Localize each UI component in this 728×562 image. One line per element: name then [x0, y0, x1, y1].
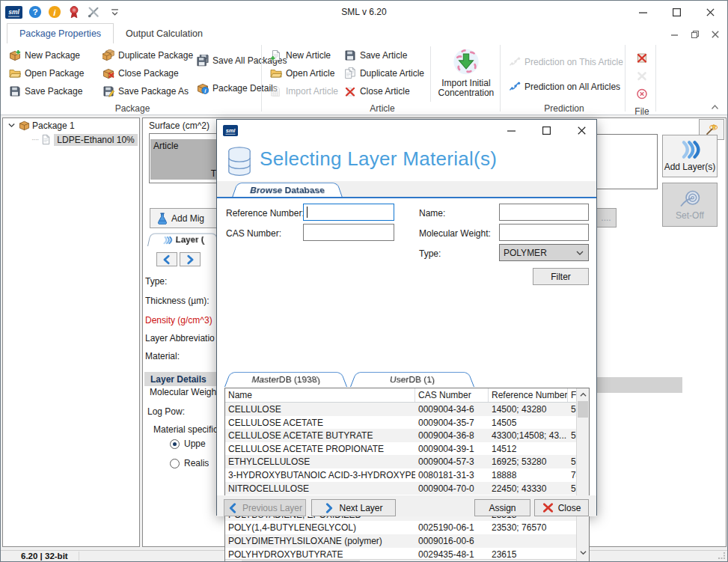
previous-layer-button[interactable]: Previous Layer	[224, 499, 306, 516]
close-package-button[interactable]: Close Package	[100, 64, 195, 82]
chevron-left-icon	[227, 503, 238, 513]
cas-number-input[interactable]	[303, 224, 394, 241]
open-package-button[interactable]: Open Package	[7, 64, 100, 82]
help-icon[interactable]: ?	[28, 5, 42, 19]
table-row[interactable]: CELLULOSE ACETATE0009004-35-714505	[225, 416, 576, 430]
horizontal-scrollbar[interactable]	[225, 559, 576, 562]
table-cell: 18888	[489, 468, 568, 482]
tree-article-label[interactable]: LDPE-Ethanol 10%	[54, 134, 137, 146]
table-cell	[568, 521, 576, 534]
next-layer-nav-button[interactable]	[180, 252, 201, 266]
table-row[interactable]: POLYDIMETHYLSILOXANE (polymer)0009016-00…	[225, 534, 576, 548]
scroll-up-icon[interactable]	[577, 388, 590, 401]
layer-details-tab[interactable]: Layer Details	[144, 372, 219, 386]
mdi-minimize-button[interactable]	[667, 28, 682, 40]
table-row[interactable]: CELLULOSE0009004-34-614500; 4328055	[225, 403, 576, 416]
dialog-minimize-button[interactable]	[504, 123, 519, 138]
table-row[interactable]: CELLULOSE ACETATE PROPIONATE0009004-39-1…	[225, 442, 576, 456]
duplicate-article-button[interactable]: Duplicate Article	[342, 64, 426, 82]
table-row[interactable]: CELLULOSE ACETATE BUTYRATE0009004-36-843…	[225, 429, 576, 442]
layer-tab[interactable]: Layer (	[147, 233, 219, 246]
tree-package-label[interactable]: Package 1	[32, 120, 75, 131]
new-article-button[interactable]: New Article	[268, 46, 342, 64]
open-article-button[interactable]: Open Article	[268, 64, 342, 82]
close-article-icon	[344, 85, 356, 97]
vertical-scroll-thumb[interactable]	[578, 401, 588, 418]
upper-limit-radio[interactable]: Uppe	[170, 439, 218, 449]
chevron-right-icon	[185, 254, 195, 265]
license-award-icon[interactable]	[67, 5, 81, 19]
qat-more-icon[interactable]	[111, 8, 119, 16]
table-row[interactable]: ETHYLCELLULOSE0009004-57-316925; 5328055	[225, 455, 576, 468]
tab-masterdb[interactable]: MasterDB (1938)	[224, 372, 347, 387]
mdi-close-button[interactable]	[708, 28, 723, 40]
reference-number-input[interactable]	[303, 204, 394, 221]
info-icon[interactable]: i	[48, 5, 61, 19]
materials-table-body: CELLULOSE0009004-34-614500; 4328055CELLU…	[225, 403, 576, 559]
new-package-button[interactable]: New Package	[7, 46, 100, 64]
column-header[interactable]: FC	[568, 388, 576, 402]
close-article-button[interactable]: Close Article	[342, 82, 426, 100]
save-article-button[interactable]: Save Article	[342, 46, 426, 64]
assign-button[interactable]: Assign	[474, 499, 530, 516]
vertical-scrollbar[interactable]	[576, 388, 589, 562]
radio-unselected-icon[interactable]	[170, 459, 180, 468]
dots-button[interactable]: ....	[596, 208, 617, 227]
close-dialog-button[interactable]: Close	[534, 499, 589, 516]
ribbon-tab-output-calculation[interactable]: Output Calculation	[114, 23, 215, 43]
prediction-on-this-article-button[interactable]: Prediction on This Article	[507, 53, 625, 71]
column-header[interactable]: Name	[225, 388, 415, 402]
filter-button[interactable]: Filter	[533, 268, 589, 285]
molecular-weight-input[interactable]	[499, 224, 589, 241]
mdi-restore-button[interactable]	[688, 28, 703, 40]
type-select[interactable]: POLYMER	[499, 244, 589, 261]
column-header[interactable]: Reference Number	[489, 388, 568, 402]
tab-browse-database[interactable]: Browse Database	[232, 183, 343, 198]
tools-icon[interactable]	[87, 5, 100, 19]
save-package-as-button[interactable]: Save Package As	[100, 82, 195, 100]
next-layer-button[interactable]: Next Layer	[311, 499, 396, 516]
table-row[interactable]: NITROCELLULOSE0009004-70-022450; 4333056	[225, 482, 576, 495]
close-circle-button[interactable]	[634, 85, 650, 103]
resize-grip-icon[interactable]	[718, 552, 726, 560]
table-row[interactable]: 3-HYDROXYBUTANOIC ACID-3-HYDROXYPENTAN..…	[225, 468, 576, 482]
table-cell	[568, 442, 576, 456]
add-migrant-button[interactable]: Add Mig	[150, 208, 219, 228]
save-package-button[interactable]: Save Package	[7, 82, 100, 100]
column-header[interactable]: CAS Number	[415, 388, 489, 402]
add-layers-button[interactable]: Add Layer(s)	[662, 135, 718, 177]
delete-file-button[interactable]	[634, 49, 650, 67]
set-off-button[interactable]: Set-Off	[662, 183, 718, 227]
previous-layer-nav-button[interactable]	[156, 252, 177, 266]
import-article-button[interactable]: Import Article	[268, 82, 342, 100]
package-details-button[interactable]: iPackage Details	[195, 79, 258, 97]
name-input[interactable]	[499, 204, 589, 221]
chevron-down-icon[interactable]	[7, 120, 16, 130]
app-window: sml ? i SML v 6.20 Package	[0, 0, 728, 562]
file-x-disabled-button[interactable]	[634, 67, 650, 85]
dialog-close-button[interactable]	[574, 123, 589, 138]
table-row[interactable]: POLY(1,4-BUTYLENEGLYCOL)0025190-06-12353…	[225, 521, 576, 534]
radio-selected-icon[interactable]	[170, 439, 180, 449]
thickness-label: Thickness (µm):	[145, 296, 218, 306]
table-row[interactable]: POLYHYDROXYBUTYRATE0029435-48-123615	[225, 548, 576, 559]
duplicate-package-button[interactable]: Duplicate Package	[100, 46, 195, 64]
save-all-packages-button[interactable]: Save All Packages	[195, 52, 258, 70]
minimize-button[interactable]	[626, 1, 660, 23]
new-article-icon	[270, 49, 282, 61]
save-all-packages-icon	[197, 55, 209, 67]
tab-userdb[interactable]: UserDB (1)	[350, 372, 474, 387]
tree-item-package[interactable]: Package 1	[3, 118, 139, 132]
collapse-ribbon-icon[interactable]	[708, 101, 721, 112]
tree-item-article[interactable]: ···· LDPE-Ethanol 10%	[3, 132, 139, 147]
close-button[interactable]	[694, 1, 727, 23]
table-cell: POLYDIMETHYLSILOXANE (polymer)	[225, 534, 415, 548]
dialog-maximize-button[interactable]	[539, 123, 554, 138]
maximize-button[interactable]	[660, 1, 694, 23]
ribbon-tab-package-properties[interactable]: Package Properties	[7, 23, 114, 43]
scroll-down-icon[interactable]	[577, 546, 590, 559]
realistic-radio[interactable]: Realis	[170, 458, 218, 468]
prediction-on-all-articles-button[interactable]: Prediction on All Articles	[507, 78, 625, 96]
import-initial-concentration-button[interactable]: Import Initial Concentration	[435, 46, 497, 102]
type-label: Type:	[145, 276, 218, 287]
